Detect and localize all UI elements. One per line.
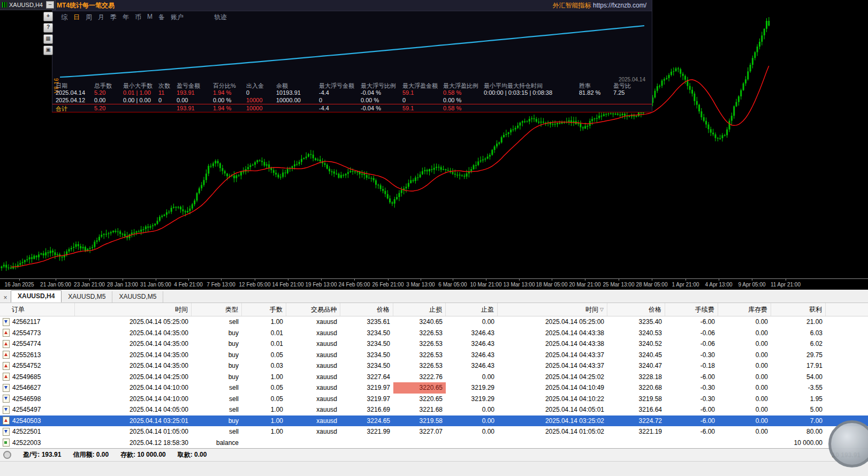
chart-tab[interactable]: XAUUSD,M5: [62, 291, 112, 303]
stats-menu-item[interactable]: 币: [135, 13, 141, 21]
stats-menu-item[interactable]: 备: [158, 13, 165, 21]
cell-symbol: xauusd: [286, 404, 340, 415]
col-header-open-time[interactable]: 时间: [75, 303, 192, 316]
orders-header: 订单时间类型手数交易品种价格止损止盈时间▽价格手续费库存费获利: [0, 303, 868, 316]
cell-commission: -0.06: [665, 338, 718, 350]
order-row[interactable]: 425526132025.04.14 04:35:00buy0.05xauusd…: [0, 350, 868, 361]
cell-lots: 0.05: [242, 394, 286, 405]
col-header-lots[interactable]: 手数: [242, 303, 286, 316]
stats-cell: 59.1: [402, 105, 442, 111]
stats-total-row: 合计5.20193.911.94 %10000-4.4-0.04 %59.10.…: [52, 104, 652, 111]
stats-cell: 0:00:00 | 0:03:15 | 0:08:38: [484, 89, 577, 96]
stats-menu-item[interactable]: 季: [110, 13, 117, 21]
cell-tp: 3246.43: [446, 338, 498, 350]
cell-tp: 3219.29: [446, 382, 498, 394]
order-row[interactable]: 425547742025.04.14 04:35:00buy0.01xauusd…: [0, 338, 868, 350]
cell-open-price: 3234.50: [340, 360, 393, 372]
time-axis[interactable]: 16 Jan 202521 Jan 05:0023 Jan 21:0028 Ja…: [0, 278, 868, 290]
cell-sl: 3220.65: [393, 382, 446, 394]
cell-symbol: xauusd: [286, 328, 340, 339]
stats-menu-item[interactable]: M: [147, 13, 153, 21]
chart-tab[interactable]: XAUUSD,M5: [112, 291, 163, 303]
chart-tab[interactable]: XAUUSD,H4: [11, 290, 62, 303]
order-row[interactable]: 425465982025.04.14 04:10:00sell0.05xauus…: [0, 394, 868, 405]
col-header-swap[interactable]: 库存费: [718, 303, 771, 316]
order-row[interactable]: 425466272025.04.14 04:10:00sell0.05xauus…: [0, 382, 868, 394]
order-row[interactable]: 425621172025.04.14 05:25:00sell1.00xauus…: [0, 316, 868, 328]
stats-menu-item-track[interactable]: 轨迹: [214, 13, 227, 21]
cell-profit: -3.55: [771, 382, 826, 394]
arrow-glyph: [4, 419, 7, 422]
cell-type: buy: [192, 415, 242, 427]
close-icon[interactable]: ×: [1, 293, 10, 303]
col-header-type[interactable]: 类型: [192, 303, 242, 316]
time-axis-label: 24 Feb 05:00: [339, 282, 370, 288]
cell-open-time: 2025.04.14 04:35:00: [75, 328, 192, 339]
help-tool-button[interactable]: ?: [43, 23, 53, 33]
grid-tool-button[interactable]: ▦: [43, 34, 53, 44]
chart-title: XAUUSD,H4: [9, 2, 43, 8]
order-number: 42554752: [12, 362, 41, 369]
stats-menu-item[interactable]: 账户: [171, 13, 184, 21]
col-header-profit[interactable]: 获利: [771, 303, 826, 316]
chart-area[interactable]: XAUUSD,H4 – +?▦▣ MT4统计每一笔交易 外汇智能指标 https…: [0, 0, 868, 290]
stats-menu-item[interactable]: 日: [73, 13, 80, 21]
cell-close-time: 2025.04.14 04:05:01: [498, 404, 607, 415]
stats-cell: 2025.04.14: [56, 89, 93, 96]
stats-menu-item[interactable]: 月: [98, 13, 104, 21]
col-header-close-time[interactable]: 时间▽: [498, 303, 607, 316]
axis-tick: [255, 279, 255, 281]
cell-commission: -6.00: [665, 415, 718, 427]
cell-swap: 0.00: [718, 426, 771, 437]
cell-close-time: 2025.04.14 04:43:38: [498, 328, 607, 339]
cell-close-price: 3216.64: [607, 404, 665, 415]
cell-swap: 0.00: [718, 360, 771, 372]
cell-order: 42554774: [0, 338, 75, 350]
cell-open-time: 2025.04.14 04:10:00: [75, 382, 192, 394]
time-axis-label: 25 Mar 13:00: [603, 282, 635, 288]
order-row[interactable]: 425454972025.04.14 04:05:00sell1.00xauus…: [0, 404, 868, 415]
col-header-open-price[interactable]: 价格: [340, 303, 393, 316]
col-header-symbol[interactable]: 交易品种: [286, 303, 340, 316]
order-row[interactable]: 425405032025.04.14 03:25:01buy1.00xauusd…: [0, 415, 868, 427]
cell-lots: 0.03: [242, 360, 286, 372]
stats-menu-item[interactable]: 综: [61, 13, 67, 21]
col-header-tp[interactable]: 止盈: [446, 303, 498, 316]
brand-url[interactable]: https://fxznzb.com/: [593, 2, 646, 9]
axis-tick: [652, 279, 652, 281]
cell-lots: 1.00: [242, 316, 286, 328]
order-row[interactable]: 425547732025.04.14 04:35:00buy0.01xauusd…: [0, 328, 868, 339]
time-axis-label: 13 Mar 13:00: [504, 282, 535, 288]
col-header-sl[interactable]: 止损: [393, 303, 446, 316]
order-row[interactable]: 425225012025.04.14 01:05:00sell1.00xauus…: [0, 426, 868, 437]
time-axis-label: 16 Jan 2025: [4, 282, 34, 288]
col-header-close-price[interactable]: 价格: [607, 303, 665, 316]
col-header-label: 时间: [175, 305, 188, 314]
arrow-glyph: [4, 342, 7, 345]
cell-sl: 3226.53: [393, 328, 446, 339]
order-row[interactable]: 425547522025.04.14 04:35:00buy0.03xauusd…: [0, 360, 868, 372]
cell-sl: 3220.65: [393, 394, 446, 405]
cell-type: buy: [192, 350, 242, 361]
balance-row[interactable]: 425220032025.04.12 18:58:30balance10 000…: [0, 437, 868, 449]
col-header-commission[interactable]: 手续费: [665, 303, 718, 316]
stats-header-row: 日期总手数最小大手数次数盈亏金额百分比%出入金余额最大浮亏金额最大浮亏比例最大浮…: [52, 81, 652, 89]
time-axis-label: 28 Jan 13:00: [107, 282, 138, 288]
col-header-label: 止盈: [481, 305, 494, 314]
order-row[interactable]: 425496852025.04.14 04:25:00buy1.00xauusd…: [0, 372, 868, 383]
minimize-button[interactable]: –: [46, 1, 54, 9]
stats-menu-item[interactable]: 年: [123, 13, 129, 21]
cell-type: buy: [192, 328, 242, 339]
balance-order-icon: [3, 439, 10, 447]
stats-menu-item[interactable]: 周: [86, 13, 92, 21]
col-header-order[interactable]: 订单: [0, 303, 75, 316]
window-tool-button[interactable]: ▣: [43, 46, 53, 55]
axis-tick: [719, 279, 719, 281]
orders-body: 425621172025.04.14 05:25:00sell1.00xauus…: [0, 316, 868, 448]
stats-titlebar[interactable]: MT4统计每一笔交易 外汇智能指标 https://fxznzb.com/: [52, 0, 652, 11]
chart-title-chip[interactable]: XAUUSD,H4 –: [0, 0, 56, 10]
move-tool-button[interactable]: +: [43, 12, 53, 21]
order-number: 42540503: [12, 417, 41, 425]
buy-order-icon: [3, 329, 10, 337]
stats-cell: -4.4: [319, 105, 360, 111]
